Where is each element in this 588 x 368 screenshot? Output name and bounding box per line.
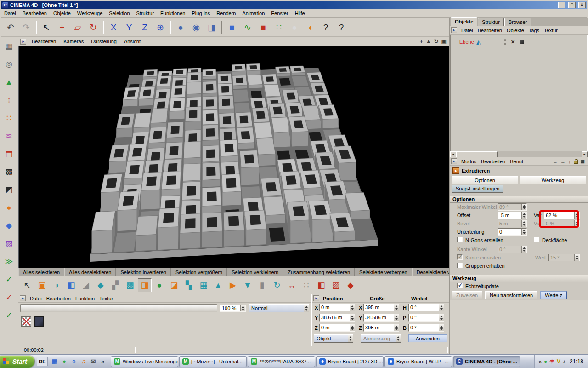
menu-hilfe[interactable]: Hilfe: [292, 9, 308, 18]
rotate-tool-icon[interactable]: ↻: [86, 20, 101, 34]
camera-rotate-icon[interactable]: ↻: [434, 39, 439, 44]
menu-werkzeuge[interactable]: Werkzeuge: [74, 9, 106, 18]
offset-value[interactable]: -5 m: [498, 212, 521, 218]
menu-plug-ins[interactable]: Plug-ins: [188, 9, 213, 18]
x-axis-lock-icon[interactable]: X: [106, 20, 121, 34]
taskbar-task-windows-live-messenger[interactable]: MWindows Live Messenger: [111, 356, 178, 367]
ql-mail-icon[interactable]: ✉: [89, 357, 97, 366]
array-object-icon[interactable]: ∷: [271, 20, 286, 34]
size-y-field[interactable]: 34.586 m: [363, 314, 399, 322]
layer-thumbnail-empty[interactable]: [21, 316, 31, 327]
zoom-field[interactable]: 100 %: [220, 305, 246, 312]
spinner-icon[interactable]: [521, 204, 526, 210]
blend-mode-value[interactable]: Normal: [249, 305, 304, 312]
spline-pen-icon[interactable]: ∿: [240, 20, 255, 34]
animation-arrows-icon[interactable]: ≫: [3, 255, 16, 268]
size-z-field[interactable]: 395 m: [363, 324, 399, 332]
camera-move-icon[interactable]: +: [420, 39, 423, 44]
quantize-check-icon[interactable]: ✓: [3, 291, 16, 304]
tab-werkzeug[interactable]: Werkzeug: [520, 176, 586, 184]
untriangulate-icon[interactable]: ▼: [241, 278, 254, 292]
maximize-icon[interactable]: □: [568, 2, 576, 8]
pos-z-field[interactable]: 0 m: [319, 324, 355, 332]
ql-desktop-icon[interactable]: ▦: [51, 357, 59, 366]
coordinates-panel-icon[interactable]: ▸: [313, 295, 319, 301]
object-name-ebene[interactable]: Ebene: [458, 39, 475, 45]
object-grid-icon[interactable]: ▦: [3, 40, 16, 52]
points-cluster-icon[interactable]: ◎: [3, 58, 16, 70]
am-menu-benut[interactable]: Benut: [508, 159, 526, 164]
viewport-panel-icon[interactable]: ▸: [20, 39, 26, 45]
dotted-cube-icon[interactable]: ▨: [329, 278, 343, 292]
spinner-icon[interactable]: [240, 305, 245, 311]
smooth-shift-icon[interactable]: ●: [153, 278, 166, 292]
selection-arrow-icon[interactable]: ↖: [20, 278, 34, 292]
zoom-value[interactable]: 100 %: [220, 305, 240, 311]
bridge-tool-icon[interactable]: ▣: [35, 278, 49, 292]
viewport-menu-darstellung[interactable]: Darstellung: [87, 39, 120, 44]
selection-command-alles-deselektieren[interactable]: Alles deselektieren: [64, 268, 116, 276]
close-icon[interactable]: ×: [578, 2, 586, 8]
object-row[interactable]: Ebene ◭ ✕: [452, 38, 585, 46]
selection-command-deselektierte-verbergen[interactable]: Deselektierte verbergen: [412, 268, 449, 276]
phong-tag-icon[interactable]: ✕: [511, 39, 515, 45]
scrollbar-track[interactable]: [456, 151, 582, 157]
move-tool-icon[interactable]: +: [55, 20, 69, 34]
viewport-toggle-icon[interactable]: ▣: [441, 39, 447, 44]
spinner-icon[interactable]: [521, 229, 526, 235]
dropdown-arrows-icon[interactable]: [304, 305, 309, 312]
stamp-tool-icon[interactable]: ▮: [255, 278, 269, 292]
ql-overflow-icon[interactable]: »: [99, 357, 107, 366]
object-list-scrollbar[interactable]: ◄ ►: [450, 151, 588, 157]
tray-messenger-icon[interactable]: ●: [544, 358, 547, 365]
viewport-canvas[interactable]: [18, 46, 449, 268]
menu-struktur[interactable]: Struktur: [133, 9, 158, 18]
size-z-value[interactable]: 395 m: [364, 324, 394, 331]
angle-b-field[interactable]: 0 °: [408, 324, 444, 332]
spinner-icon[interactable]: [350, 324, 355, 331]
viewport-menu-kameras[interactable]: Kameras: [60, 39, 87, 44]
visibility-dots-icon[interactable]: [504, 39, 506, 45]
unterteilung-field[interactable]: 0: [498, 228, 527, 236]
ngons-checkbox[interactable]: [457, 237, 463, 242]
texture-tag-icon[interactable]: [520, 40, 524, 44]
spinner-icon[interactable]: [521, 246, 526, 253]
modifier-object-icon[interactable]: ■: [256, 20, 271, 34]
ql-messenger-icon[interactable]: ●: [60, 357, 68, 366]
edge-mode-icon[interactable]: ≋: [3, 129, 16, 142]
object-list[interactable]: Ebene ◭ ✕: [450, 34, 588, 151]
taskbar-task-parad-x[interactable]: M™®©°°°°PARADØX°...: [248, 356, 315, 367]
polygon-mode-icon[interactable]: ▤: [3, 147, 16, 160]
spinner-icon[interactable]: [350, 314, 355, 321]
y-axis-lock-icon[interactable]: Y: [122, 20, 136, 34]
zuweisen-button[interactable]: Zuweisen: [452, 291, 482, 299]
neu-transformieren-button[interactable]: Neu transformieren: [485, 291, 537, 299]
pos-x-field[interactable]: 0 m: [319, 304, 355, 311]
minimize-icon[interactable]: _: [558, 2, 565, 8]
object-axis-icon[interactable]: ↕: [3, 93, 16, 106]
mirror-tool-icon[interactable]: ▞: [108, 278, 122, 292]
menu-animation[interactable]: Animation: [239, 9, 268, 18]
scene-object-icon[interactable]: ●: [287, 20, 302, 34]
render-view-icon[interactable]: ●: [173, 20, 188, 34]
live-selection-icon[interactable]: ↖: [39, 20, 54, 34]
z-axis-lock-icon[interactable]: Z: [137, 20, 152, 34]
material-menu-datei[interactable]: Datei: [28, 296, 44, 301]
context-help-icon[interactable]: ?: [334, 20, 349, 34]
bevel-tool-icon[interactable]: ◪: [167, 278, 181, 292]
workplane-check-icon[interactable]: ✓: [3, 309, 16, 322]
spinner-icon[interactable]: [439, 304, 444, 311]
point-mode-icon[interactable]: ∷: [3, 111, 16, 124]
magnet-red-icon[interactable]: ◆: [344, 278, 357, 292]
scroll-left-icon[interactable]: ◄: [450, 151, 456, 157]
spinner-icon[interactable]: [394, 304, 399, 311]
pos-x-value[interactable]: 0 m: [320, 304, 350, 311]
help-icon[interactable]: ?: [318, 20, 333, 34]
spinner-icon[interactable]: [574, 212, 579, 218]
filter-grid-icon[interactable]: ▦: [581, 159, 585, 164]
render-settings-icon[interactable]: ◨: [204, 20, 219, 34]
dropdown-arrows-icon[interactable]: [396, 335, 401, 342]
offset-var-field[interactable]: 62 %: [544, 212, 580, 219]
spinner-icon[interactable]: [350, 304, 355, 311]
material-menu-bearbeiten[interactable]: Bearbeiten: [44, 296, 73, 301]
